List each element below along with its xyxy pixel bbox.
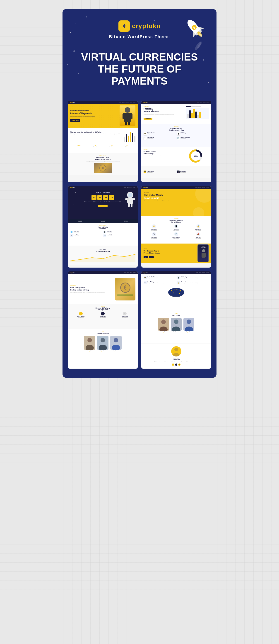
svg-rect-16 [130, 114, 132, 119]
sc6-f3-text: Coin Mining Sed ut perspiciatis unde omn… [147, 281, 166, 284]
sc5-coin-symbol: ₿ [120, 282, 130, 293]
sc4-nav-item: ABOUT [198, 187, 201, 188]
sc4-send-icon: 📤 [196, 232, 200, 236]
sc6-avatar3 [183, 318, 194, 330]
sc2-tab-inactive2[interactable] [196, 106, 201, 107]
sc1-cta-button[interactable]: START NOW [70, 119, 80, 122]
sc6-feature3: ⛏ Coin Mining Sed ut perspiciatis unde o… [144, 281, 175, 284]
sc4-mobile-desc: Sed ut perspiciatis [166, 230, 187, 231]
sc6-social-tw[interactable]: t [175, 364, 177, 366]
sc6-gonzalez-avatar [171, 346, 181, 356]
sc3-work-mobile: 📱 Mobile App Sed ut perspiciatis [103, 230, 135, 233]
sc1-hero-text: Virtual Currencies thefutures of Payment… [70, 110, 120, 122]
sc3-star3 [74, 204, 74, 204]
sc4-services: SERVICES Complete Servicesfor all Client… [141, 216, 211, 244]
sc4-phone-screen: VirtualCurrencies [198, 245, 208, 262]
step2-num: 2 [101, 312, 105, 316]
sc3-nav-item: ICO [130, 187, 132, 188]
sc3-buy-button[interactable]: BUY TOKENS [98, 205, 108, 207]
step3-num: 3 [123, 312, 127, 316]
svg-text:₵: ₵ [123, 24, 125, 28]
mobile-text: Mobile App Sed ut perspiciatis [107, 230, 112, 233]
sc5-experts-section: TEAM Experts Team James Slater C [68, 329, 138, 368]
sc2-bar [191, 113, 193, 118]
coin-symbol: ₿ [99, 165, 106, 172]
sc5-hero-desc: Sed ut perspiciatis unde omnis iste natu… [70, 292, 114, 293]
sc4-nav-links: HOME ABOUT SERVICES CONTACT [195, 187, 209, 188]
sc2-wallet-section: 💳 Online Wallet Sed ut perspiciatis 📱 Mo… [141, 166, 211, 178]
sc3-nav-item: ABOUT [127, 187, 130, 188]
svg-point-32 [202, 249, 205, 252]
screenshot-6: cryptokn HOME TEAM SERVICES CONTACT 💳 On… [141, 271, 211, 369]
svg-point-35 [87, 338, 92, 342]
sc1-nav-item: CONTACT [133, 102, 136, 103]
sc2-nav-item: ABOUT [200, 102, 202, 103]
count-10: 10 [109, 195, 114, 200]
divider [130, 44, 149, 44]
sc2-product-title: Product basedon Security [144, 150, 187, 155]
sc5-member1-role: CEO [84, 352, 95, 352]
sc6-nav-item: HOME [196, 272, 198, 273]
count-64: 64 [91, 195, 96, 200]
sc6-feature2: 📱 Mobile App Sed ut perspiciatis unde om… [177, 276, 209, 279]
sc6-social-fb[interactable]: f [172, 364, 174, 366]
sc2-mobile-icon: 📱 [177, 132, 180, 136]
sc3-works-grid: 🌐 Online Wallet Sed ut perspiciatis 📱 Mo… [70, 230, 135, 237]
sc2-logo: cryptokn [143, 102, 148, 103]
svg-rect-14 [124, 113, 131, 122]
sc5-member3: Kate Gonzales Designer [110, 336, 122, 352]
sc4-services-label: SERVICES [144, 218, 209, 219]
sc5-hero: EARN MONEY Earn Money fromtrading virtua… [68, 274, 138, 304]
sc5-nav: cryptokn HOME ABOUT EARN CONTACT [68, 271, 138, 274]
sc2-chart-area [186, 106, 209, 119]
sc2-mobile-app: 📱 Mobile App Sed ut perspiciatis [177, 168, 209, 176]
sc3-work-online: 🌐 Online Wallet Sed ut perspiciatis [70, 230, 102, 233]
step1-num: 1 [79, 312, 83, 316]
sc4-exchange-icon: 🔄 [174, 232, 178, 236]
sc2-digital-title: Digital Wallet [147, 132, 154, 134]
sc2-cta[interactable]: LEARN MORE [144, 118, 152, 120]
headline-line2: THE FUTURE OF PAYMENTS [98, 63, 181, 87]
sc2-title: Fastest &Secure Platform [144, 108, 185, 113]
sc3-nav-item: CONTACT [133, 187, 136, 188]
online-text: Online Wallet Sed ut perspiciatis [74, 230, 79, 233]
sc5-nav-item: CONTACT [133, 272, 136, 273]
sc3-grow-label: ABOUT [70, 248, 135, 248]
stat-number: 110 [109, 144, 112, 146]
sc4-wallet-desc: Sed ut perspiciatis [144, 230, 165, 231]
sc4-service-send: 📤 Send Coin Sed ut perspiciatis [188, 232, 209, 239]
exchange-work-icon: 🔄 [103, 234, 106, 237]
sc3-nav: cryptokn HOME ABOUT ICO CONTACT [68, 186, 138, 189]
sc2-tab-inactive[interactable] [191, 106, 196, 107]
sc5-nav-links: HOME ABOUT EARN CONTACT [124, 272, 136, 273]
step3-desc: Sed ut perspiciatis [114, 317, 135, 318]
sc5-choose-section: CHOOSE Choose BitWallet atthe right time… [68, 304, 138, 329]
sc6-features-grid: 💳 Online Wallet Sed ut perspiciatis unde… [144, 276, 209, 284]
sc1-mining-section: EARN MONEY Earn Money fromtrading virtua… [68, 152, 138, 174]
svg-point-64 [174, 348, 178, 351]
sc3-grow-title: The RealPotential Grow Up [70, 249, 135, 252]
sc4-mining-icon2: ⛏ [152, 232, 156, 236]
screenshot-5: cryptokn HOME ABOUT EARN CONTACT EARN MO… [68, 271, 138, 369]
sc6-f1-text: Online Wallet Sed ut perspiciatis unde o… [147, 276, 166, 278]
sc2-tab-active[interactable] [186, 106, 191, 107]
sc2-exchange-icon: 🔄 [177, 136, 180, 140]
sc2-bar [197, 115, 199, 118]
bar [124, 138, 125, 142]
header-section: ₿ ₵ cryptokn Bitc [62, 9, 217, 101]
svg-point-24 [128, 193, 132, 197]
sc6-social-li[interactable]: in [178, 364, 181, 366]
sc2-feature-digital: 💳 Digital Wallet Sed ut perspiciatis [144, 132, 176, 136]
sc4-bitcoin-label: BITCOIN [144, 248, 196, 250]
sc3-star1 [75, 192, 76, 193]
svg-rect-28 [128, 204, 130, 207]
sc5-experts-title: Experts Team [70, 332, 135, 334]
sc6-f4-icon: 🔒 [177, 281, 180, 284]
step2-desc: Sed ut perspiciatis [92, 317, 113, 318]
sc4-bitcoin-text: BITCOIN The Simplest Way toFollow Bitcoi… [144, 248, 196, 258]
sc6-f3-icon: ⛏ [144, 281, 147, 284]
sc4-playstore-button[interactable]: Play Store [149, 256, 154, 258]
svg-rect-18 [128, 122, 130, 126]
sc4-appstore-button[interactable]: App Store [144, 256, 148, 258]
mining-work-desc: Sed ut perspiciatis [74, 236, 79, 236]
